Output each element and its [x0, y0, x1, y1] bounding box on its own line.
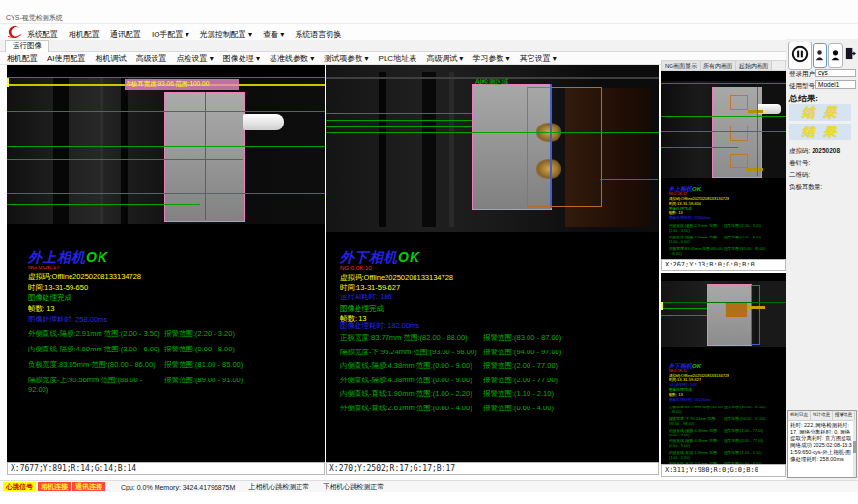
- menu-item[interactable]: 通讯配置: [110, 30, 141, 39]
- menu-item[interactable]: 系统配置: [27, 30, 58, 39]
- machinery-slat: [100, 77, 103, 224]
- measure-line: [661, 302, 786, 303]
- measurement-row: 隔膜宽度-下:95.24mm 范围:(93.00 - 98.00)报警范围:(9…: [661, 416, 786, 426]
- measurement-value: 隔膜宽度-上:90.56mm 范围:(88.00 - 92.00): [28, 376, 164, 394]
- process-elapsed: 图像处理耗时: 182.00ms: [669, 397, 711, 402]
- measurement-row: 负极宽度:83.05mm 范围:(80.00 - 86.00)报警范围:(81.…: [7, 360, 325, 370]
- model-field[interactable]: [815, 80, 856, 89]
- measurement-row: 内侧直线-隔膜:4.38mm 范围:(0.00 - 9.00)报警范围:(2.0…: [326, 361, 659, 371]
- roi-measure-label: N极耳宽度:93.06 范围:100.00: [127, 80, 209, 89]
- small-view-tab[interactable]: 起始内画面: [736, 61, 772, 70]
- exit-button[interactable]: [844, 42, 857, 67]
- alarm-range: 报警范围:(81.00 - 85.00): [164, 360, 243, 370]
- toolbar-item[interactable]: 点检设置 ▾: [177, 53, 214, 64]
- measurement-value: 正极宽度:83.77mm 范围:(82.00 - 88.00): [669, 405, 724, 414]
- toolbar-item[interactable]: PLC地址表: [379, 53, 417, 64]
- result-display-upper: 结 果: [789, 104, 851, 121]
- machinery-slat: [449, 72, 454, 227]
- ng-count: NG:0,OK:17: [28, 265, 60, 270]
- menu-item[interactable]: 光源控制配置 ▾: [200, 30, 252, 39]
- ai-roi-label: AI检测区域: [475, 77, 509, 87]
- lower-camera-heartbeat-status: 下相机心跳检测正常: [323, 482, 384, 491]
- pause-button[interactable]: [788, 42, 812, 70]
- toolbar-item[interactable]: 基准线参数 ▾: [270, 53, 314, 64]
- measure-line: [661, 147, 738, 148]
- needle-number-label: 卷针号:: [789, 159, 810, 168]
- process-done: 图像处理完成: [28, 294, 72, 303]
- measure-line: [326, 120, 472, 121]
- login-user-field[interactable]: [815, 69, 856, 77]
- measurement-row: 外侧直线-隔膜:4.38mm 范围:(0.00 - 9.00)报警范围:(2.0…: [326, 376, 659, 385]
- menu-item[interactable]: IO手配置 ▾: [152, 30, 189, 39]
- alarm-range: 报警范围:(2.20 - 3.20): [724, 223, 761, 233]
- measurement-callout: [748, 110, 763, 113]
- camera-name: 外上相机: [28, 249, 86, 265]
- small-view-tab[interactable]: 所有内画面: [701, 61, 736, 70]
- result-display-lower: 结 果: [789, 124, 851, 140]
- measurement-value: 外侧直线-隔膜:4.38mm 范围:(0.00 - 9.00): [669, 438, 724, 448]
- measurement-list: 外侧直线-隔膜:2.91mm 范围:(2.00 - 3.50)报警范围:(2.2…: [661, 223, 786, 259]
- alarm-range: 报警范围:(0.00 - 8.00): [164, 345, 235, 354]
- tab-run-image[interactable]: 运行图像: [5, 40, 49, 52]
- toolbar-item[interactable]: 测试项参数 ▾: [324, 53, 368, 64]
- measurement-row: 隔膜宽度-上:90.56mm 范围:(88.00 - 92.00)报警范围:(8…: [7, 376, 325, 394]
- alarm-range: 报警范围:(83.00 - 87.00): [483, 333, 561, 343]
- log-tab[interactable]: 统计信息: [811, 411, 833, 420]
- menu-item[interactable]: 系统语言切换: [295, 30, 341, 39]
- menu-item[interactable]: 查看 ▾: [263, 30, 284, 39]
- log-tab[interactable]: 报警信息: [833, 411, 855, 420]
- log-scrollbar-thumb[interactable]: [853, 441, 856, 453]
- login-user-button[interactable]: [813, 43, 827, 68]
- alarm-range: 报警范围:(94.00 - 97.00): [483, 348, 561, 357]
- toolbar-item[interactable]: 其它设置 ▾: [520, 53, 557, 64]
- measure-line: [661, 315, 707, 316]
- control-panel: 登录用户: 使用型号: 总结果: 结 果 结 果 虚拟码: 20250208 卷…: [786, 39, 858, 480]
- measure-line: [326, 126, 472, 127]
- roi-box-orange: [730, 126, 748, 141]
- log-tab[interactable]: 耗时日志: [788, 411, 811, 420]
- toolbar-item[interactable]: 图像处理 ▾: [223, 53, 260, 64]
- user-dark-icon: [831, 47, 840, 65]
- measure-line: [7, 204, 200, 205]
- toolbar-item[interactable]: 相机配置: [7, 53, 38, 64]
- measurement-value: 负极宽度:83.05mm 范围:(80.00 - 86.00): [669, 246, 724, 256]
- process-elapsed: 图像处理耗时: 258.00ms: [28, 315, 107, 324]
- measurement-row: 外侧直线-直线:2.61mm 范围:(0.60 - 4.00)报警范围:(0.6…: [326, 404, 659, 413]
- small-view-tab[interactable]: NG画面显示: [662, 61, 701, 70]
- user-manage-button[interactable]: [828, 43, 843, 68]
- measurement-row: 隔膜宽度-下:95.24mm 范围:(93.00 - 98.00)报警范围:(9…: [326, 348, 659, 357]
- toolbar-item[interactable]: 高级调试 ▾: [426, 53, 463, 64]
- measurement-row: 内侧直线-隔膜:4.60mm 范围:(3.00 - 6.00)报警范围:(0.0…: [661, 235, 786, 244]
- measure-line: [7, 146, 325, 147]
- process-elapsed: 图像处理耗时: 258.00ms: [669, 215, 711, 220]
- toolbar-item[interactable]: 相机调试: [96, 53, 127, 64]
- toolbar-item[interactable]: 学习参数 ▾: [472, 53, 509, 64]
- measurement-value: 隔膜宽度-下:95.24mm 范围:(93.00 - 98.00): [340, 348, 483, 357]
- measurement-value: 正极宽度:83.77mm 范围:(82.00 - 88.00): [340, 333, 483, 343]
- cpu-memory-status: Cpu: 0.0% Memory: 3424.41796875M: [121, 484, 235, 490]
- measure-line: [661, 131, 786, 132]
- qr-code-label: 二维码:: [789, 171, 810, 180]
- upper-camera-heartbeat-status: 上相机心跳检测正常: [248, 482, 309, 491]
- edge-marker-yellow: [661, 302, 663, 310]
- measurement-list: 正极宽度:83.77mm 范围:(82.00 - 88.00)报警范围:(83.…: [661, 405, 786, 464]
- machinery-slat: [53, 77, 69, 224]
- measure-line-vertical: [205, 92, 206, 220]
- title-bar: CYS-视觉检测系统: [0, 0, 858, 24]
- alarm-range: 报警范围:(0.60 - 4.00): [483, 404, 554, 413]
- menu-item[interactable]: 相机配置: [69, 30, 100, 39]
- measure-line: [7, 193, 325, 194]
- result-ok: OK: [692, 186, 701, 192]
- virtual-code-value: 20250208: [812, 147, 840, 154]
- pixel-info-small-lower: X:311;Y:980;R:0;G:0;B:0: [661, 464, 786, 477]
- process-done: 图像处理完成: [340, 304, 384, 314]
- ai-elapsed: 运行AI耗时: 166: [340, 293, 392, 302]
- measurement-value: 内侧直线-直线:1.90mm 范围:(1.00 - 2.20): [340, 389, 483, 399]
- log-scrollbar[interactable]: [853, 420, 856, 478]
- machinery-slat: [379, 72, 386, 227]
- measure-line: [7, 111, 325, 112]
- measurement-row: 内侧直线-隔膜:4.38mm 范围:(0.00 - 9.00)报警范围:(2.0…: [661, 428, 786, 437]
- toolbar-item[interactable]: 高级设置: [136, 53, 167, 64]
- toolbar-item[interactable]: AI使用配置: [47, 53, 86, 64]
- measurement-value: 负极宽度:83.05mm 范围:(80.00 - 86.00): [28, 360, 164, 370]
